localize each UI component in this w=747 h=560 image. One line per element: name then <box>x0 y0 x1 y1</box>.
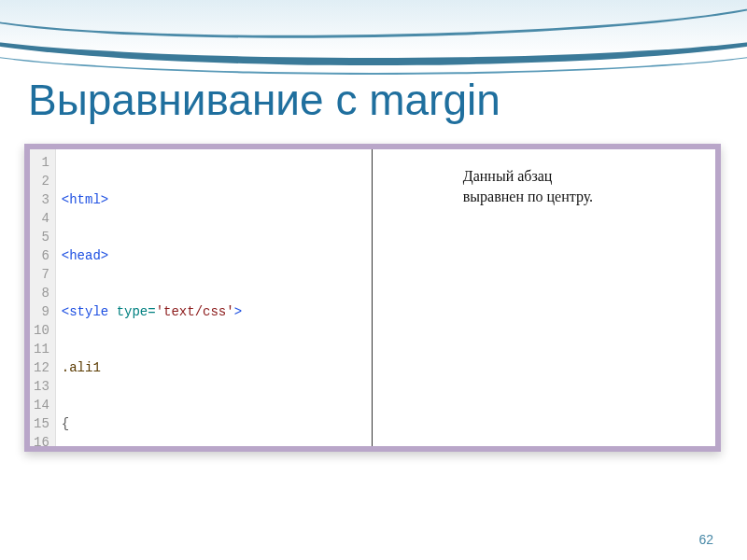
line-number: 2 <box>34 172 49 190</box>
preview-panel: Данный абзац выравнен по центру. <box>373 149 715 446</box>
code-line: { <box>62 414 320 433</box>
line-number: 8 <box>34 284 49 302</box>
content-box: 1 2 3 4 5 6 7 8 9 10 11 12 13 14 15 16 <… <box>24 144 721 452</box>
code-panel: 1 2 3 4 5 6 7 8 9 10 11 12 13 14 15 16 <… <box>30 149 373 446</box>
line-number: 9 <box>34 302 49 321</box>
code-line: <head> <box>62 246 320 265</box>
preview-paragraph: Данный абзац выравнен по центру. <box>463 166 626 206</box>
line-number: 5 <box>34 228 49 246</box>
line-number: 14 <box>34 396 49 414</box>
slide-title: Выравнивание с margin <box>28 75 719 125</box>
code-line: .ali1 <box>62 358 320 377</box>
line-number: 13 <box>34 377 49 396</box>
line-number: 1 <box>34 153 49 172</box>
code-line: <style type='text/css'> <box>62 302 320 321</box>
preview-line: выравнен по центру. <box>463 189 593 204</box>
line-number: 16 <box>34 433 49 446</box>
line-number: 7 <box>34 265 49 284</box>
code-lines: <html> <head> <style type='text/css'> .a… <box>56 149 320 446</box>
code-gutter: 1 2 3 4 5 6 7 8 9 10 11 12 13 14 15 16 <box>30 149 56 446</box>
line-number: 10 <box>34 321 49 340</box>
preview-line: Данный абзац <box>463 168 553 184</box>
line-number: 15 <box>34 414 49 433</box>
line-number: 11 <box>34 340 49 358</box>
code-line: <html> <box>62 190 320 209</box>
line-number: 4 <box>34 209 49 228</box>
line-number: 6 <box>34 246 49 265</box>
page-number: 62 <box>698 532 713 547</box>
line-number: 12 <box>34 358 49 377</box>
line-number: 3 <box>34 190 49 209</box>
